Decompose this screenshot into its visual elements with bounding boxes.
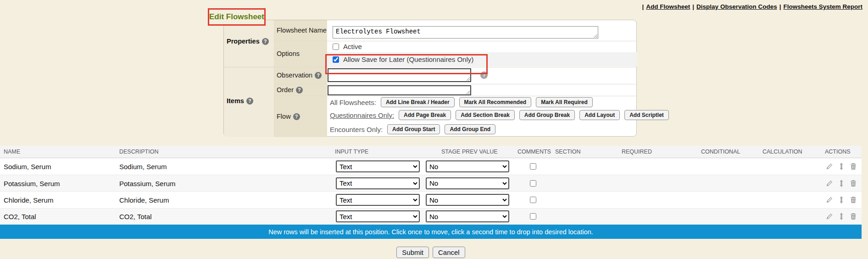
item-name: Chloride, Serum xyxy=(4,196,53,204)
submit-button[interactable]: Submit xyxy=(396,247,429,258)
help-icon-order[interactable]: ? xyxy=(296,87,303,94)
add-scriptlet-button[interactable]: Add Scriptlet xyxy=(624,110,669,120)
flow-caption-all-flowsheets: All Flowsheets: xyxy=(330,99,376,106)
flow-caption-encounters-only: Encounters Only: xyxy=(330,126,383,133)
active-checkbox[interactable] xyxy=(333,44,339,50)
table-row: Chloride, Serum Chloride, Serum Text No xyxy=(0,192,862,209)
help-icon-properties[interactable]: ? xyxy=(262,38,269,45)
comments-checkbox[interactable] xyxy=(530,180,536,187)
nav-separator: | xyxy=(642,3,644,10)
delete-trash-icon[interactable] xyxy=(850,163,857,170)
help-icon-items[interactable]: ? xyxy=(246,98,253,105)
order-input[interactable] xyxy=(328,85,471,95)
nav-link-flowsheets-system-report[interactable]: Flowsheets System Report xyxy=(783,3,862,10)
row-divider xyxy=(274,84,637,84)
row-actions xyxy=(826,180,857,187)
edit-flowsheet-page: { "top_nav": { "separator": "|", "links"… xyxy=(0,0,868,259)
delete-trash-icon[interactable] xyxy=(850,180,857,187)
flowsheet-name-input[interactable]: Electrolytes Flowsheet xyxy=(333,26,598,39)
nav-separator: | xyxy=(692,3,694,10)
label-observation: Observation ? xyxy=(277,72,322,79)
row-actions xyxy=(826,196,857,204)
edit-pencil-icon[interactable] xyxy=(826,196,833,204)
group-label-properties: Properties ? xyxy=(227,38,269,45)
item-description: CO2, Total xyxy=(119,213,152,220)
insert-position-bar[interactable]: New rows will be inserted at this positi… xyxy=(0,225,862,239)
col-header-description: DESCRIPTION xyxy=(119,149,158,155)
edit-flowsheet-form: Properties ? Items ? Flowsheet Name Opti… xyxy=(223,20,637,137)
group-divider xyxy=(224,67,274,67)
mark-all-required-button[interactable]: Mark All Required xyxy=(536,97,593,107)
nav-link-add-flowsheet[interactable]: Add Flowsheet xyxy=(646,3,690,10)
input-type-select[interactable]: Text xyxy=(336,160,420,172)
add-layout-button[interactable]: Add Layout xyxy=(579,110,620,120)
flow-row-questionnaires-only: Questionnaires Only: Add Page Break Add … xyxy=(330,110,669,120)
stage-prev-value-select[interactable]: No xyxy=(426,160,509,172)
move-row-icon[interactable] xyxy=(838,163,845,170)
comments-checkbox[interactable] xyxy=(530,213,536,220)
row-actions xyxy=(826,213,857,220)
flow-caption-questionnaires-only: Questionnaires Only: xyxy=(330,111,394,119)
add-line-break-header-button[interactable]: Add Line Break / Header xyxy=(381,97,455,107)
table-row: CO2, Total CO2, Total Text No xyxy=(0,209,862,225)
comments-checkbox[interactable] xyxy=(530,197,536,203)
move-row-icon[interactable] xyxy=(838,180,845,187)
flow-row-encounters-only: Encounters Only: Add Group Start Add Gro… xyxy=(330,124,495,134)
page-title: Edit Flowsheet xyxy=(209,12,264,22)
stage-prev-value-select[interactable]: No xyxy=(426,210,509,222)
help-icon-observation[interactable]: ? xyxy=(315,72,322,79)
edit-pencil-icon[interactable] xyxy=(826,213,833,220)
edit-pencil-icon[interactable] xyxy=(826,163,833,170)
label-flowsheet-name: Flowsheet Name xyxy=(277,27,327,34)
stage-prev-value-select[interactable]: No xyxy=(426,194,509,206)
add-group-break-button[interactable]: Add Group Break xyxy=(519,110,575,120)
allow-save-annotation xyxy=(325,54,488,74)
row-divider xyxy=(274,96,637,96)
row-actions xyxy=(826,163,857,170)
add-page-break-button[interactable]: Add Page Break xyxy=(399,110,451,120)
option-row-active: Active xyxy=(327,41,637,52)
active-label: Active xyxy=(343,43,362,50)
item-name: Sodium, Serum xyxy=(4,163,51,171)
col-header-stage-prev-value: STAGE PREV VALUE xyxy=(441,149,498,155)
top-nav: |Add Flowsheet|Display Observation Codes… xyxy=(642,3,864,10)
comments-checkbox[interactable] xyxy=(530,163,536,170)
edit-flowsheet-title-annotation: Edit Flowsheet xyxy=(208,8,266,26)
input-type-select[interactable]: Text xyxy=(336,194,420,206)
input-type-select[interactable]: Text xyxy=(336,210,420,222)
add-section-break-button[interactable]: Add Section Break xyxy=(456,110,515,120)
group-label-items: Items ? xyxy=(227,97,253,105)
edit-pencil-icon[interactable] xyxy=(826,180,833,187)
col-header-name: NAME xyxy=(4,149,20,155)
add-group-end-button[interactable]: Add Group End xyxy=(445,124,495,134)
table-row: Sodium, Serum Sodium, Serum Text No xyxy=(0,158,862,175)
flow-row-all-flowsheets: All Flowsheets: Add Line Break / Header … xyxy=(330,97,593,107)
col-header-comments: COMMENTS xyxy=(517,149,551,155)
stage-prev-value-select[interactable]: No xyxy=(426,177,509,189)
col-header-section: SECTION xyxy=(555,149,581,155)
delete-trash-icon[interactable] xyxy=(850,213,857,220)
label-order: Order ? xyxy=(277,86,303,94)
mark-all-recommended-button[interactable]: Mark All Recommended xyxy=(459,97,532,107)
col-header-input-type: INPUT TYPE xyxy=(335,149,368,155)
delete-trash-icon[interactable] xyxy=(850,196,857,204)
col-header-calculation: CALCULATION xyxy=(762,149,802,155)
move-row-icon[interactable] xyxy=(838,213,845,220)
help-icon-flow[interactable]: ? xyxy=(293,113,300,120)
table-header-row: NAME DESCRIPTION INPUT TYPE STAGE PREV V… xyxy=(0,146,862,158)
label-options: Options xyxy=(277,50,300,57)
col-header-required: REQUIRED xyxy=(622,149,652,155)
col-header-conditional: CONDITIONAL xyxy=(701,149,740,155)
item-name: Potassium, Serum xyxy=(4,179,60,187)
nav-separator: | xyxy=(779,3,781,10)
footer-buttons: Submit Cancel xyxy=(0,247,862,258)
item-description: Potassium, Serum xyxy=(119,179,176,187)
item-description: Sodium, Serum xyxy=(119,163,167,171)
nav-link-display-observation-codes[interactable]: Display Observation Codes xyxy=(696,3,777,10)
cancel-button[interactable]: Cancel xyxy=(433,247,465,258)
input-type-select[interactable]: Text xyxy=(336,177,420,189)
move-row-icon[interactable] xyxy=(838,196,845,204)
add-group-start-button[interactable]: Add Group Start xyxy=(387,124,440,134)
item-name: CO2, Total xyxy=(4,213,36,220)
label-flow: Flow ? xyxy=(277,113,300,120)
